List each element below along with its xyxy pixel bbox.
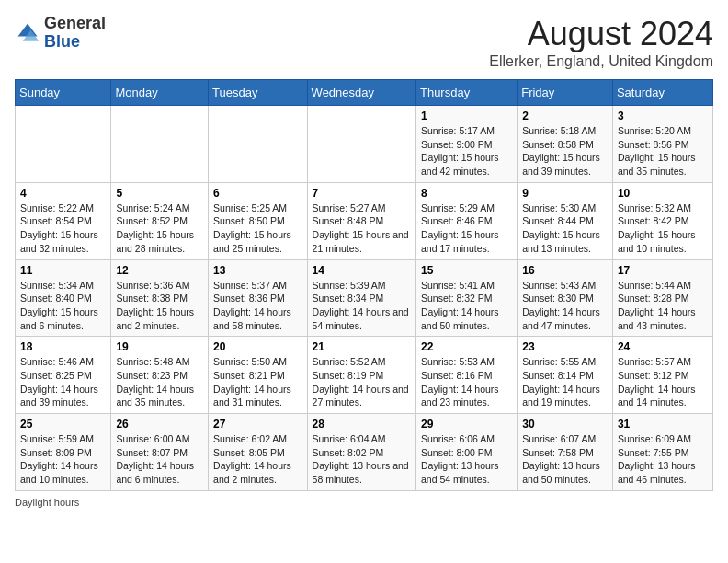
day-info: Sunrise: 5:39 AM Sunset: 8:34 PM Dayligh… bbox=[313, 279, 411, 333]
calendar-cell: 16Sunrise: 5:43 AM Sunset: 8:30 PM Dayli… bbox=[518, 259, 613, 337]
day-info: Sunrise: 6:00 AM Sunset: 8:07 PM Dayligh… bbox=[116, 432, 203, 487]
location: Ellerker, England, United Kingdom bbox=[489, 53, 713, 70]
week-row: 1Sunrise: 5:17 AM Sunset: 9:00 PM Daylig… bbox=[16, 106, 713, 183]
calendar-cell: 3Sunrise: 5:20 AM Sunset: 8:56 PM Daylig… bbox=[612, 106, 712, 183]
day-number: 11 bbox=[20, 264, 106, 277]
day-info: Sunrise: 5:48 AM Sunset: 8:23 PM Dayligh… bbox=[116, 355, 203, 409]
calendar-cell: 24Sunrise: 5:57 AM Sunset: 8:12 PM Dayli… bbox=[612, 337, 712, 414]
logo: General Blue bbox=[15, 15, 106, 52]
day-info: Sunrise: 6:07 AM Sunset: 7:58 PM Dayligh… bbox=[522, 432, 608, 487]
day-info: Sunrise: 5:27 AM Sunset: 8:48 PM Dayligh… bbox=[313, 201, 411, 256]
calendar-cell: 31Sunrise: 6:09 AM Sunset: 7:55 PM Dayli… bbox=[612, 414, 712, 491]
logo-general-text: General bbox=[44, 14, 106, 32]
logo-text: General Blue bbox=[44, 15, 106, 52]
day-number: 6 bbox=[213, 187, 301, 200]
day-info: Sunrise: 5:32 AM Sunset: 8:42 PM Dayligh… bbox=[618, 201, 708, 256]
title-block: August 2024 Ellerker, England, United Ki… bbox=[489, 15, 713, 70]
calendar-cell: 1Sunrise: 5:17 AM Sunset: 9:00 PM Daylig… bbox=[415, 106, 517, 183]
daylight-label: Daylight hours bbox=[15, 497, 79, 508]
calendar-cell: 8Sunrise: 5:29 AM Sunset: 8:46 PM Daylig… bbox=[415, 182, 517, 259]
calendar-cell: 12Sunrise: 5:36 AM Sunset: 8:38 PM Dayli… bbox=[111, 259, 209, 337]
footer: Daylight hours bbox=[15, 497, 713, 508]
day-info: Sunrise: 5:53 AM Sunset: 8:16 PM Dayligh… bbox=[421, 355, 512, 409]
logo-blue-text: Blue bbox=[44, 32, 80, 51]
day-number: 17 bbox=[618, 264, 708, 277]
calendar-cell: 23Sunrise: 5:55 AM Sunset: 8:14 PM Dayli… bbox=[518, 337, 613, 414]
week-row: 11Sunrise: 5:34 AM Sunset: 8:40 PM Dayli… bbox=[16, 259, 713, 337]
day-info: Sunrise: 5:50 AM Sunset: 8:21 PM Dayligh… bbox=[213, 355, 301, 409]
day-number: 8 bbox=[421, 187, 512, 200]
calendar-cell: 17Sunrise: 5:44 AM Sunset: 8:28 PM Dayli… bbox=[612, 259, 712, 337]
calendar-cell: 18Sunrise: 5:46 AM Sunset: 8:25 PM Dayli… bbox=[16, 337, 111, 414]
day-number: 12 bbox=[116, 264, 203, 277]
day-info: Sunrise: 5:55 AM Sunset: 8:14 PM Dayligh… bbox=[522, 355, 608, 409]
day-number: 30 bbox=[522, 418, 608, 431]
calendar-cell: 11Sunrise: 5:34 AM Sunset: 8:40 PM Dayli… bbox=[16, 259, 111, 337]
day-info: Sunrise: 5:17 AM Sunset: 9:00 PM Dayligh… bbox=[421, 124, 512, 178]
day-number: 28 bbox=[313, 418, 411, 431]
day-number: 19 bbox=[116, 340, 203, 353]
calendar-cell bbox=[307, 106, 415, 183]
day-info: Sunrise: 5:34 AM Sunset: 8:40 PM Dayligh… bbox=[20, 279, 106, 333]
day-number: 7 bbox=[313, 187, 411, 200]
day-number: 1 bbox=[421, 109, 512, 122]
week-row: 4Sunrise: 5:22 AM Sunset: 8:54 PM Daylig… bbox=[16, 182, 713, 259]
day-info: Sunrise: 5:41 AM Sunset: 8:32 PM Dayligh… bbox=[421, 279, 512, 333]
calendar-cell: 13Sunrise: 5:37 AM Sunset: 8:36 PM Dayli… bbox=[209, 259, 307, 337]
calendar-cell: 28Sunrise: 6:04 AM Sunset: 8:02 PM Dayli… bbox=[307, 414, 415, 491]
calendar-cell: 29Sunrise: 6:06 AM Sunset: 8:00 PM Dayli… bbox=[415, 414, 517, 491]
day-info: Sunrise: 5:25 AM Sunset: 8:50 PM Dayligh… bbox=[213, 201, 301, 256]
calendar-cell: 21Sunrise: 5:52 AM Sunset: 8:19 PM Dayli… bbox=[307, 337, 415, 414]
day-number: 22 bbox=[421, 340, 512, 353]
calendar-table: SundayMondayTuesdayWednesdayThursdayFrid… bbox=[15, 79, 713, 491]
calendar-cell: 14Sunrise: 5:39 AM Sunset: 8:34 PM Dayli… bbox=[307, 259, 415, 337]
day-of-week-header: Wednesday bbox=[307, 80, 415, 106]
day-info: Sunrise: 5:59 AM Sunset: 8:09 PM Dayligh… bbox=[20, 432, 106, 487]
day-number: 14 bbox=[313, 264, 411, 277]
logo-icon bbox=[15, 20, 40, 46]
day-number: 16 bbox=[522, 264, 608, 277]
day-info: Sunrise: 5:52 AM Sunset: 8:19 PM Dayligh… bbox=[313, 355, 411, 409]
day-number: 5 bbox=[116, 187, 203, 200]
calendar-cell: 26Sunrise: 6:00 AM Sunset: 8:07 PM Dayli… bbox=[111, 414, 209, 491]
day-info: Sunrise: 5:18 AM Sunset: 8:58 PM Dayligh… bbox=[522, 124, 608, 178]
day-number: 3 bbox=[618, 109, 708, 122]
calendar-cell bbox=[16, 106, 111, 183]
day-number: 13 bbox=[213, 264, 301, 277]
calendar-cell: 19Sunrise: 5:48 AM Sunset: 8:23 PM Dayli… bbox=[111, 337, 209, 414]
calendar-cell: 10Sunrise: 5:32 AM Sunset: 8:42 PM Dayli… bbox=[612, 182, 712, 259]
header: General Blue August 2024 Ellerker, Engla… bbox=[15, 15, 713, 70]
day-info: Sunrise: 5:37 AM Sunset: 8:36 PM Dayligh… bbox=[213, 279, 301, 333]
day-number: 9 bbox=[522, 187, 608, 200]
calendar-cell bbox=[111, 106, 209, 183]
day-number: 18 bbox=[20, 340, 106, 353]
day-info: Sunrise: 5:30 AM Sunset: 8:44 PM Dayligh… bbox=[522, 201, 608, 256]
calendar-cell: 25Sunrise: 5:59 AM Sunset: 8:09 PM Dayli… bbox=[16, 414, 111, 491]
day-info: Sunrise: 5:43 AM Sunset: 8:30 PM Dayligh… bbox=[522, 279, 608, 333]
calendar-header: SundayMondayTuesdayWednesdayThursdayFrid… bbox=[16, 80, 713, 106]
day-number: 4 bbox=[20, 187, 106, 200]
day-number: 26 bbox=[116, 418, 203, 431]
day-number: 15 bbox=[421, 264, 512, 277]
day-number: 25 bbox=[20, 418, 106, 431]
day-of-week-header: Friday bbox=[518, 80, 613, 106]
day-info: Sunrise: 5:29 AM Sunset: 8:46 PM Dayligh… bbox=[421, 201, 512, 256]
day-info: Sunrise: 5:57 AM Sunset: 8:12 PM Dayligh… bbox=[618, 355, 708, 409]
day-info: Sunrise: 5:24 AM Sunset: 8:52 PM Dayligh… bbox=[116, 201, 203, 256]
calendar-cell: 30Sunrise: 6:07 AM Sunset: 7:58 PM Dayli… bbox=[518, 414, 613, 491]
day-number: 31 bbox=[618, 418, 708, 431]
header-row: SundayMondayTuesdayWednesdayThursdayFrid… bbox=[16, 80, 713, 106]
calendar-cell: 2Sunrise: 5:18 AM Sunset: 8:58 PM Daylig… bbox=[518, 106, 613, 183]
day-info: Sunrise: 6:06 AM Sunset: 8:00 PM Dayligh… bbox=[421, 432, 512, 487]
day-number: 2 bbox=[522, 109, 608, 122]
day-of-week-header: Tuesday bbox=[209, 80, 307, 106]
month-year: August 2024 bbox=[489, 15, 713, 53]
day-number: 20 bbox=[213, 340, 301, 353]
calendar-cell bbox=[209, 106, 307, 183]
calendar-cell: 15Sunrise: 5:41 AM Sunset: 8:32 PM Dayli… bbox=[415, 259, 517, 337]
calendar-cell: 9Sunrise: 5:30 AM Sunset: 8:44 PM Daylig… bbox=[518, 182, 613, 259]
calendar-cell: 6Sunrise: 5:25 AM Sunset: 8:50 PM Daylig… bbox=[209, 182, 307, 259]
day-info: Sunrise: 5:44 AM Sunset: 8:28 PM Dayligh… bbox=[618, 279, 708, 333]
day-info: Sunrise: 5:46 AM Sunset: 8:25 PM Dayligh… bbox=[20, 355, 106, 409]
day-of-week-header: Saturday bbox=[612, 80, 712, 106]
